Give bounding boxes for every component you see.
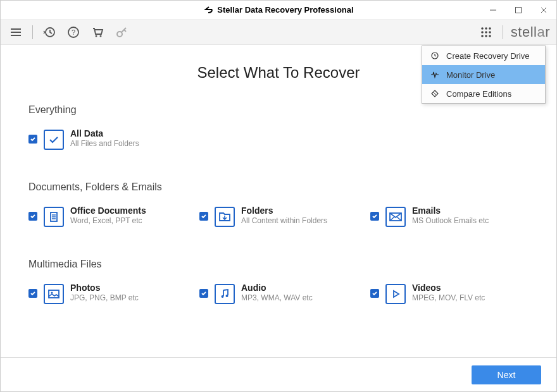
option-all-data[interactable]: All Data All Files and Folders: [28, 128, 187, 150]
option-office-documents[interactable]: Office Documents Word, Excel, PPT etc: [28, 205, 187, 227]
option-sub: Word, Excel, PPT etc: [70, 216, 146, 225]
compare-icon: [430, 89, 440, 99]
svg-point-17: [485, 31, 487, 34]
svg-point-10: [96, 35, 97, 37]
checkbox-checked-icon[interactable]: [28, 135, 37, 144]
svg-point-12: [117, 32, 122, 37]
option-sub: JPG, PNG, BMP etc: [70, 293, 139, 302]
dropdown-item-label: Compare Editions: [446, 89, 511, 99]
tools-dropdown: Create Recovery Drive Monitor Drive Comp…: [422, 46, 546, 104]
next-button[interactable]: Next: [472, 365, 541, 384]
play-icon: [385, 284, 406, 304]
option-sub: All Content within Folders: [241, 216, 327, 225]
window-close-button[interactable]: [531, 1, 556, 20]
apps-grid-icon[interactable]: [477, 23, 495, 41]
svg-point-31: [222, 295, 224, 298]
history-icon[interactable]: [41, 23, 58, 41]
checkbox-checked-icon[interactable]: [370, 212, 379, 221]
svg-line-23: [434, 92, 436, 95]
section-label: Everything: [28, 104, 529, 116]
dropdown-item-compare-editions[interactable]: Compare Editions: [422, 84, 545, 103]
option-folders[interactable]: Folders All Content within Folders: [199, 205, 358, 227]
svg-point-18: [489, 31, 491, 34]
option-title: Office Documents: [70, 205, 146, 216]
svg-rect-29: [49, 290, 59, 298]
toolbar: ? stellar: [1, 20, 556, 45]
svg-point-13: [481, 27, 484, 30]
photo-icon: [44, 284, 64, 304]
svg-point-15: [489, 27, 491, 30]
option-audio[interactable]: Audio MP3, WMA, WAV etc: [199, 283, 358, 304]
dropdown-item-label: Monitor Drive: [446, 70, 495, 80]
option-sub: MS Outlook Emails etc: [412, 216, 489, 225]
option-photos[interactable]: Photos JPG, PNG, BMP etc: [28, 283, 187, 304]
option-title: Folders: [241, 205, 327, 216]
dropdown-item-monitor-drive[interactable]: Monitor Drive: [422, 65, 545, 84]
document-icon: [44, 207, 64, 227]
checkbox-checked-icon[interactable]: [370, 289, 379, 298]
svg-rect-1: [516, 8, 522, 13]
window-maximize-button[interactable]: [506, 1, 531, 20]
footer: Next: [1, 357, 556, 391]
checkbox-checked-icon[interactable]: [28, 212, 37, 221]
hamburger-icon[interactable]: [7, 23, 25, 41]
svg-point-21: [489, 35, 491, 37]
checkbox-checked-icon[interactable]: [199, 212, 208, 221]
option-title: Photos: [70, 283, 139, 293]
option-videos[interactable]: Videos MPEG, MOV, FLV etc: [370, 283, 529, 304]
svg-point-16: [481, 31, 484, 34]
titlebar: Stellar Data Recovery Professional: [1, 1, 556, 20]
svg-point-32: [226, 295, 228, 297]
history-clock-icon: [430, 51, 440, 61]
option-emails[interactable]: Emails MS Outlook Emails etc: [370, 205, 529, 227]
option-sub: MPEG, MOV, FLV etc: [412, 293, 485, 302]
option-sub: All Files and Folders: [70, 139, 139, 148]
section-everything: Everything All Data All Files and Folder…: [28, 104, 529, 150]
section-documents: Documents, Folders & Emails Office Docum…: [28, 181, 529, 227]
back-icon[interactable]: [203, 5, 213, 15]
window-minimize-button[interactable]: [480, 1, 506, 20]
option-sub: MP3, WMA, WAV etc: [241, 293, 313, 302]
dropdown-item-label: Create Recovery Drive: [446, 51, 530, 61]
svg-point-19: [481, 35, 484, 37]
svg-text:?: ?: [72, 28, 75, 36]
waveform-icon: [430, 70, 440, 80]
all-data-icon: [44, 130, 64, 150]
envelope-icon: [385, 207, 406, 227]
window-title: Stellar Data Recovery Professional: [217, 5, 353, 15]
svg-point-11: [100, 35, 102, 37]
music-note-icon: [215, 284, 235, 304]
cart-icon[interactable]: [89, 23, 106, 41]
svg-point-20: [485, 35, 487, 37]
stellar-logo: stellar: [511, 24, 550, 40]
checkbox-checked-icon[interactable]: [28, 289, 37, 298]
option-title: Emails: [412, 205, 489, 216]
section-label: Documents, Folders & Emails: [28, 181, 529, 193]
section-multimedia: Multimedia Files Photos JPG, PNG, BMP et…: [28, 259, 529, 304]
key-icon[interactable]: [113, 23, 130, 41]
section-label: Multimedia Files: [28, 259, 529, 270]
option-title: Audio: [241, 283, 313, 293]
folder-download-icon: [215, 207, 235, 227]
help-icon[interactable]: ?: [65, 23, 82, 41]
dropdown-item-create-recovery-drive[interactable]: Create Recovery Drive: [422, 46, 545, 65]
option-title: All Data: [70, 128, 139, 138]
checkbox-checked-icon[interactable]: [199, 289, 208, 298]
svg-point-14: [485, 27, 487, 30]
option-title: Videos: [412, 283, 485, 293]
